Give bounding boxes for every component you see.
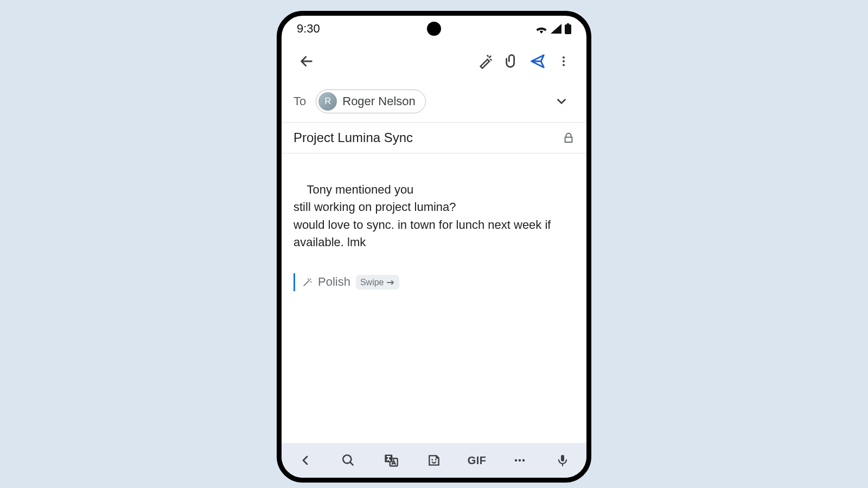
camera-hole [427, 22, 441, 36]
body-text: Tony mentioned you still working on proj… [293, 183, 554, 249]
compose-toolbar [282, 42, 586, 81]
more-vert-icon [557, 55, 570, 68]
search-icon [341, 453, 355, 467]
svg-point-2 [563, 64, 565, 66]
to-label: To [293, 94, 306, 108]
translate-icon [384, 453, 399, 468]
chevron-left-icon [299, 454, 312, 467]
magic-pen-icon [478, 54, 493, 69]
svg-point-0 [563, 56, 565, 59]
more-horiz-icon [512, 454, 527, 467]
keyboard-toolbar: GIF [282, 443, 586, 478]
status-bar: 9:30 [282, 16, 586, 42]
send-icon [529, 53, 546, 69]
polish-suggestion[interactable]: Polish Swipe [293, 273, 575, 291]
swipe-label: Swipe [360, 276, 384, 289]
compose-body[interactable]: Tony mentioned you still working on proj… [282, 153, 586, 443]
recipient-avatar: R [318, 92, 337, 111]
status-icons [535, 23, 571, 34]
arrow-right-icon [386, 279, 395, 286]
polish-label: Polish [318, 273, 350, 291]
svg-point-6 [431, 459, 433, 461]
svg-point-1 [563, 60, 565, 62]
svg-point-8 [515, 459, 517, 461]
attach-button[interactable] [499, 48, 525, 74]
subject-field-row[interactable]: Project Lumina Sync [282, 123, 586, 153]
to-field-row[interactable]: To R Roger Nelson [282, 81, 586, 123]
recipient-name: Roger Nelson [342, 94, 416, 108]
magic-wand-icon [302, 277, 312, 288]
paperclip-icon [504, 54, 519, 69]
cellular-icon [551, 24, 561, 34]
chevron-down-icon [554, 94, 569, 108]
send-button[interactable] [525, 48, 551, 74]
kbd-more-button[interactable] [503, 447, 536, 473]
kbd-translate-button[interactable] [375, 447, 407, 473]
kbd-gif-button[interactable]: GIF [461, 447, 493, 473]
swipe-hint: Swipe [356, 275, 399, 290]
magic-compose-button[interactable] [473, 48, 499, 74]
overflow-button[interactable] [551, 48, 577, 74]
arrow-left-icon [299, 54, 314, 69]
gif-label: GIF [468, 454, 487, 467]
kbd-search-button[interactable] [332, 447, 365, 473]
svg-point-9 [519, 459, 521, 461]
back-button[interactable] [293, 48, 320, 74]
kbd-sticker-button[interactable] [418, 447, 450, 473]
status-time: 9:30 [297, 22, 320, 36]
svg-rect-11 [561, 455, 564, 461]
svg-point-10 [522, 459, 525, 461]
mic-icon [556, 453, 569, 467]
kbd-mic-button[interactable] [546, 447, 579, 473]
expand-recipients-button[interactable] [548, 88, 575, 114]
svg-point-7 [435, 459, 437, 461]
battery-icon [565, 23, 571, 34]
recipient-chip[interactable]: R Roger Nelson [316, 89, 426, 113]
phone-frame: 9:30 To R Roger Nelson [277, 11, 591, 483]
kbd-back-button[interactable] [289, 447, 322, 473]
sticker-icon [427, 453, 441, 467]
subject-text: Project Lumina Sync [293, 130, 556, 145]
wifi-icon [535, 24, 547, 34]
lock-icon [563, 131, 575, 144]
